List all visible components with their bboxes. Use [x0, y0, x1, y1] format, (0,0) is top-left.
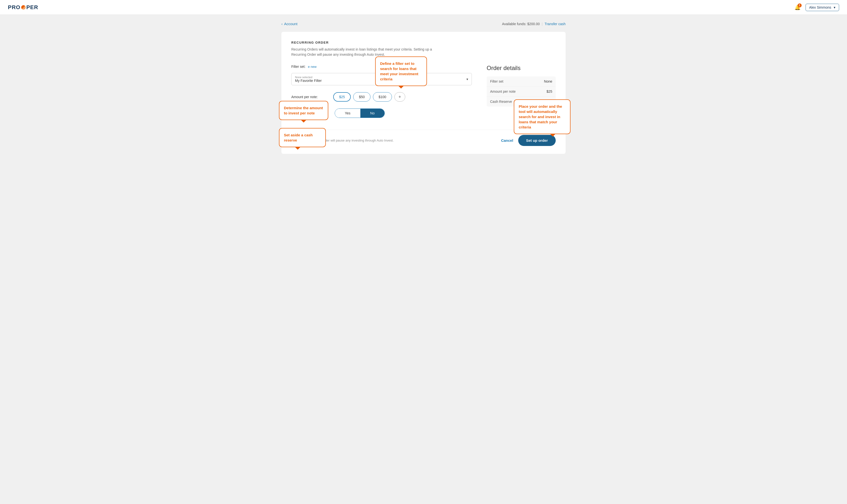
footer-actions: Cancel Set up order	[501, 135, 556, 146]
card-description: Recurring Orders will automatically inve…	[291, 47, 439, 57]
cash-reserve-no-button[interactable]: No	[360, 109, 384, 118]
notification-button[interactable]: 🔔 1	[794, 4, 800, 10]
detail-value-amount: $25	[546, 90, 552, 93]
detail-key-cash: Cash Reserve	[490, 100, 512, 104]
funds-amount: Available funds: $200.00	[502, 22, 540, 26]
dropdown-chevron-icon: ▾	[466, 77, 468, 81]
cash-reserve-toggle: Yes No	[335, 108, 385, 118]
tooltip-order: Place your order and the tool will autom…	[514, 100, 571, 134]
amount-btn-50[interactable]: $50	[353, 92, 370, 102]
amount-buttons: $25 $50 $100 +	[333, 92, 405, 102]
breadcrumb[interactable]: ‹ Account	[282, 22, 298, 26]
amount-row: Amount per note: $25 $50 $100 +	[291, 92, 472, 102]
filter-set-label: Filter set:	[291, 65, 306, 69]
create-new-link[interactable]: e new	[308, 65, 317, 69]
amount-btn-25[interactable]: $25	[333, 92, 351, 102]
notification-badge: 1	[798, 3, 801, 7]
filter-dropdown-top: None selected	[295, 76, 322, 79]
order-detail-amount: Amount per note $25	[487, 87, 556, 97]
header: PRO PER 🔔 1 Alex Simmons ▾	[0, 0, 847, 15]
transfer-cash-link[interactable]: Transfer cash	[545, 22, 565, 26]
breadcrumb-chevron-icon: ‹	[282, 22, 283, 26]
main-card: Determine the amount to invest per note …	[282, 32, 565, 154]
logo: PRO PER	[8, 4, 38, 11]
amount-btn-custom[interactable]: +	[394, 92, 405, 102]
detail-key-filter: Filter set	[490, 79, 503, 83]
chevron-down-icon: ▾	[834, 5, 835, 10]
page-content: ‹ Account Available funds: $200.00 | Tra…	[275, 15, 572, 161]
breadcrumb-label: Account	[284, 22, 298, 26]
order-details-title: Order details	[487, 65, 556, 72]
cash-reserve-yes-button[interactable]: Yes	[335, 109, 360, 118]
filter-dropdown-inner: None selected My Favorite Filter	[295, 76, 322, 83]
filter-dropdown-value: My Favorite Filter	[295, 79, 322, 83]
detail-value-filter: None	[544, 79, 552, 83]
user-name: Alex Simmons	[809, 5, 831, 10]
logo-icon	[21, 5, 26, 10]
cancel-button[interactable]: Cancel	[501, 138, 513, 143]
user-dropdown[interactable]: Alex Simmons ▾	[806, 4, 839, 11]
tooltip-amount: Determine the amount to invest per note	[279, 101, 328, 120]
header-right: 🔔 1 Alex Simmons ▾	[794, 4, 839, 11]
order-detail-filter-set: Filter set None	[487, 76, 556, 87]
tooltip-filter: Define a filter set to search for loans …	[375, 56, 427, 86]
logo-text-left: PRO	[8, 4, 20, 11]
available-funds: Available funds: $200.00 | Transfer cash	[502, 22, 565, 26]
logo-text-right: PER	[26, 4, 38, 11]
amount-btn-100[interactable]: $100	[373, 92, 392, 102]
tooltip-cash: Set aside a cash reserve	[279, 128, 326, 147]
divider: |	[542, 22, 543, 26]
breadcrumb-row: ‹ Account Available funds: $200.00 | Tra…	[282, 22, 565, 26]
card-title: RECURRING ORDER	[291, 41, 556, 44]
detail-key-amount: Amount per note	[490, 90, 516, 93]
amount-label: Amount per note:	[291, 95, 331, 99]
plus-icon: +	[399, 94, 401, 100]
